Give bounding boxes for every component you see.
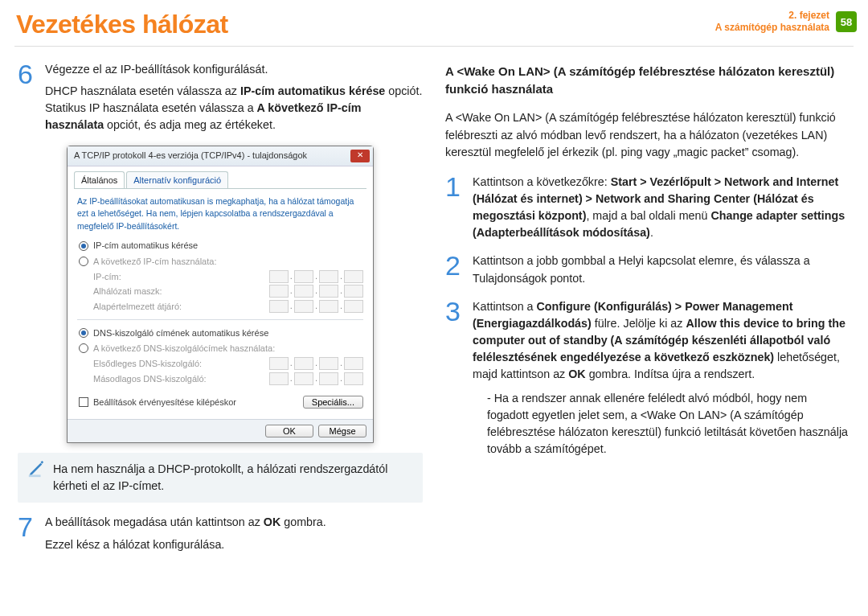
step-number: 6	[18, 61, 37, 134]
field-subnet-mask: Alhálózati maszk: ...	[93, 285, 363, 298]
r-step-2-body: Kattintson a jobb gombbal a Helyi kapcso…	[473, 253, 850, 286]
mask-input[interactable]: ...	[269, 285, 363, 298]
ipv4-properties-dialog: A TCP/IP protokoll 4-es verziója (TCP/IP…	[67, 146, 374, 444]
note-icon	[27, 461, 45, 478]
dialog-footer: OK Mégse	[68, 419, 373, 442]
left-column: 6 Végezze el az IP-beállítások konfigurá…	[18, 61, 423, 565]
section-heading: A <Wake On LAN> (A számítógép felébreszt…	[445, 63, 850, 98]
step-7: 7 A beállítások megadása után kattintson…	[18, 514, 423, 552]
field-ip: IP-cím: ...	[93, 270, 363, 283]
radio-icon	[79, 241, 88, 251]
radio-icon	[79, 257, 88, 266]
chapter-line-1: 2. fejezet	[715, 10, 829, 22]
radio-manual-dns[interactable]: A következő DNS-kiszolgálócímek használa…	[79, 342, 363, 355]
dialog-window-buttons: ✕	[350, 150, 373, 162]
page-header: Vezetékes hálózat 2. fejezet A számítógé…	[0, 0, 868, 39]
dialog-title: A TCP/IP protokoll 4-es verziója (TCP/IP…	[74, 149, 307, 162]
r-step-1: 1 Kattintson a következőkre: Start > Vez…	[445, 174, 850, 242]
section-intro: A <Wake On LAN> (A számítógép felébreszt…	[445, 109, 850, 160]
dialog-separator	[77, 319, 363, 320]
radio-auto-ip[interactable]: IP-cím automatikus kérése	[79, 239, 363, 252]
cancel-button[interactable]: Mégse	[318, 425, 366, 437]
right-column: A <Wake On LAN> (A számítógép felébreszt…	[445, 61, 850, 565]
info-note: Ha nem használja a DHCP-protokollt, a há…	[18, 453, 423, 503]
gateway-input[interactable]: ...	[269, 300, 363, 313]
dns1-input[interactable]: ...	[269, 357, 363, 370]
dialog-body: Az IP-beállításokat automatikusan is meg…	[68, 189, 373, 419]
radio-icon	[79, 343, 88, 353]
radio-icon	[79, 328, 88, 338]
checkbox-validate-on-exit[interactable]: Beállítások érvényesítése kilépéskor	[79, 396, 236, 409]
dialog-titlebar: A TCP/IP protokoll 4-es verziója (TCP/IP…	[68, 146, 373, 166]
tab-general[interactable]: Általános	[74, 171, 125, 188]
r-step-3-subnote: - Ha a rendszer annak ellenére feléledt …	[487, 390, 850, 458]
r-step-2: 2 Kattintson a jobb gombbal a Helyi kapc…	[445, 253, 850, 286]
r-step-1-body: Kattintson a következőkre: Start > Vezér…	[473, 174, 850, 242]
tab-alternate[interactable]: Alternatív konfiguráció	[126, 171, 228, 188]
step-6: 6 Végezze el az IP-beállítások konfigurá…	[18, 61, 423, 134]
ok-button[interactable]: OK	[265, 425, 313, 437]
radio-auto-dns[interactable]: DNS-kiszolgáló címének automatikus kérés…	[79, 326, 363, 339]
step-7-line-2: Ezzel kész a hálózat konfigurálása.	[45, 536, 423, 553]
step-7-line-1: A beállítások megadása után kattintson a…	[45, 514, 423, 531]
step-6-line-2: DHCP használata esetén válassza az IP-cí…	[45, 83, 423, 133]
page-number-badge: 58	[836, 11, 857, 32]
step-number: 7	[18, 514, 37, 552]
field-default-gateway: Alapértelmezett átjáró: ...	[93, 300, 363, 313]
r-step-3: 3 Kattintson a Configure (Konfigurálás) …	[445, 298, 850, 458]
field-dns-primary: Elsődleges DNS-kiszolgáló: ...	[93, 357, 363, 370]
step-number: 2	[445, 253, 465, 286]
page-title: Vezetékes hálózat	[16, 10, 228, 39]
step-number: 3	[445, 298, 465, 458]
close-icon[interactable]: ✕	[350, 150, 370, 162]
step-number: 1	[445, 174, 465, 242]
r-step-3-body: Kattintson a Configure (Konfigurálás) > …	[473, 298, 850, 458]
chapter-line-2: A számítógép használata	[715, 22, 829, 34]
step-7-body: A beállítások megadása után kattintson a…	[45, 514, 423, 552]
step-6-line-1: Végezze el az IP-beállítások konfigurálá…	[45, 61, 423, 78]
ip-input[interactable]: ...	[269, 270, 363, 283]
header-right: 2. fejezet A számítógép használata 58	[715, 10, 857, 34]
svg-rect-0	[29, 475, 41, 478]
checkbox-icon	[79, 397, 88, 407]
dialog-tabs: Általános Alternatív konfiguráció	[74, 171, 366, 189]
content: 6 Végezze el az IP-beállítások konfigurá…	[0, 47, 868, 565]
note-text: Ha nem használja a DHCP-protokollt, a há…	[53, 461, 413, 495]
dialog-info-text: Az IP-beállításokat automatikusan is meg…	[77, 195, 363, 233]
chapter-meta: 2. fejezet A számítógép használata	[715, 10, 829, 34]
radio-manual-ip[interactable]: A következő IP-cím használata:	[79, 255, 363, 268]
dns2-input[interactable]: ...	[269, 372, 363, 385]
advanced-button[interactable]: Speciális...	[303, 396, 363, 409]
field-dns-secondary: Másodlagos DNS-kiszolgáló: ...	[93, 372, 363, 385]
step-6-body: Végezze el az IP-beállítások konfigurálá…	[45, 61, 423, 134]
